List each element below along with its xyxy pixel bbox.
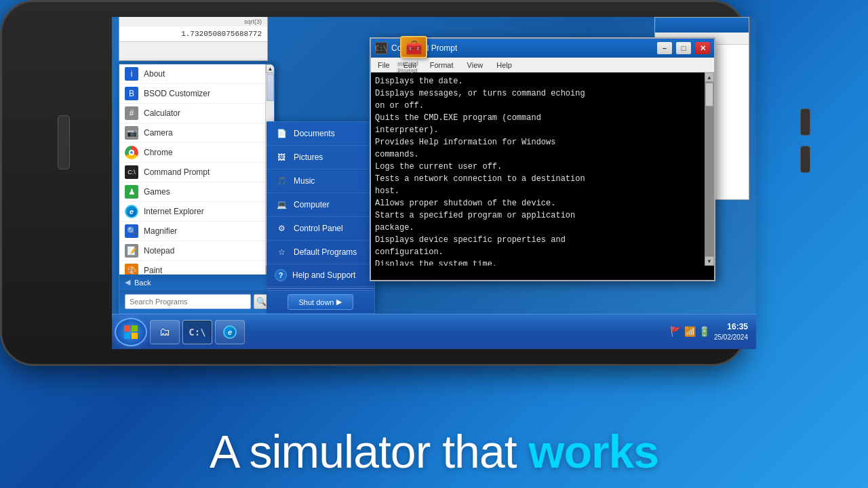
menu-file[interactable]: File	[375, 60, 393, 70]
file-explorer-icon: 🗂	[155, 323, 174, 342]
minimize-button[interactable]: –	[657, 42, 672, 54]
svg-rect-0	[124, 325, 130, 331]
program-chrome[interactable]: Chrome	[119, 143, 274, 163]
cmd-line-6: Provides Help information for Windows	[375, 136, 710, 148]
documents-label: Documents	[294, 129, 335, 138]
back-row: ◀ Back	[119, 274, 274, 290]
cmd-label: Command Prompt	[144, 167, 210, 177]
clock-date: 25/02/2024	[714, 333, 748, 342]
cmd-scroll-thumb[interactable]	[705, 83, 713, 106]
signal-tray-icon: 📶	[684, 326, 696, 337]
menu-help[interactable]: Help	[494, 60, 515, 70]
cmd-window: C:\ Command Prompt – □ ✕ File Edit Forma…	[370, 37, 715, 281]
tray-icons: 🚩 📶 🔋	[670, 326, 710, 337]
shutdown-label: Shut down	[299, 298, 334, 306]
games-label: Games	[144, 187, 170, 197]
cmd-line-3: on or off.	[375, 100, 710, 112]
phone-volume-button	[58, 115, 70, 169]
cmd-content: Displays the date. Displays messages, or…	[371, 73, 714, 266]
taskbar-file-explorer[interactable]: 🗂	[150, 320, 180, 344]
program-calculator[interactable]: # Calculator	[119, 104, 274, 123]
panel-music[interactable]: 🎵 Music	[267, 169, 374, 193]
about-label: About	[144, 69, 165, 79]
pictures-label: Pictures	[294, 152, 323, 162]
taskbar-ie[interactable]: e	[215, 320, 245, 344]
calculator-label: Calculator	[144, 108, 180, 118]
calculator-icon: #	[125, 106, 138, 120]
program-bsod[interactable]: B BSOD Customizer	[119, 84, 274, 104]
headline-normal: A simulator that	[210, 426, 529, 477]
calc-result: 1.7320508075688772	[119, 26, 267, 42]
cmd-line-9: Tests a network connection to a destinat…	[375, 173, 710, 185]
start-button[interactable]	[115, 318, 147, 346]
pictures-icon: 🖼	[275, 150, 288, 164]
scroll-up-btn[interactable]: ▲	[266, 64, 275, 73]
program-notepad[interactable]: 📝 Notepad	[119, 241, 274, 261]
notepad-titlebar	[655, 18, 749, 33]
notepad-icon: 📝	[125, 244, 138, 258]
shutdown-button[interactable]: Shut down ▶	[288, 294, 354, 310]
cmd-window-icon: C:\	[375, 42, 387, 54]
panel-pictures[interactable]: 🖼 Pictures	[267, 146, 374, 169]
magnifier-label: Magnifier	[144, 226, 177, 236]
programs-list: i About B BSOD Customizer # Calculator 📷…	[119, 64, 274, 274]
svg-rect-2	[124, 333, 130, 339]
battery-tray-icon: 🔋	[698, 326, 710, 337]
bsod-icon: B	[125, 87, 138, 100]
panel-documents[interactable]: 📄 Documents	[267, 122, 374, 146]
phone-screen: sqrt(3) 1.7320508075688772 i About B BSO…	[112, 17, 756, 349]
music-icon: 🎵	[275, 174, 288, 188]
maximize-button[interactable]: □	[676, 42, 691, 54]
cmd-line-8: Logs the current user off.	[375, 161, 710, 173]
panel-help[interactable]: ? Help and Support	[267, 264, 374, 287]
phone-power-button	[800, 108, 810, 136]
cmd-line-12: Starts a specified program or applicatio…	[375, 209, 710, 222]
scroll-thumb[interactable]	[267, 74, 274, 101]
shutdown-row: Shut down ▶	[267, 290, 374, 313]
program-about[interactable]: i About	[119, 64, 274, 84]
programs-scroll: i About B BSOD Customizer # Calculator 📷…	[119, 64, 274, 274]
panel-default-programs[interactable]: ☆ Default Programs	[267, 241, 374, 264]
program-games[interactable]: ♟ Games	[119, 182, 274, 202]
menu-format[interactable]: Format	[427, 60, 456, 70]
cmd-icon: C:\	[125, 165, 138, 179]
control-panel-icon: ⚙	[275, 222, 288, 235]
program-camera[interactable]: 📷 Camera	[119, 123, 274, 143]
phone-camera-button	[800, 146, 810, 173]
taskbar-cmd[interactable]: C:\	[182, 320, 212, 344]
panel-computer[interactable]: 💻 Computer	[267, 193, 374, 217]
chrome-label: Chrome	[144, 148, 173, 157]
start-menu-right-panel: 📄 Documents 🖼 Pictures 🎵 Music 💻 Compute…	[267, 121, 375, 314]
cmd-scroll-down[interactable]: ▼	[705, 256, 714, 266]
help-label: Help and Support	[292, 270, 355, 280]
cmd-scrollbar[interactable]: ▲ ▼	[705, 73, 714, 266]
camera-label: Camera	[144, 128, 173, 138]
program-ie[interactable]: e Internet Explorer	[119, 202, 274, 222]
cmd-line-7: commands.	[375, 148, 710, 161]
default-programs-icon: ☆	[275, 245, 288, 259]
close-button[interactable]: ✕	[695, 42, 710, 54]
menu-view[interactable]: View	[465, 60, 486, 70]
calc-formula: sqrt(3)	[119, 17, 267, 26]
taskbar-ie-icon: e	[223, 325, 237, 339]
computer-icon: 💻	[275, 198, 288, 211]
system-tray: 🚩 📶 🔋 16:35 25/02/2024	[665, 321, 753, 342]
clock-time: 16:35	[714, 321, 748, 333]
calculator-window: sqrt(3) 1.7320508075688772	[119, 17, 268, 61]
bsod-label: BSOD Customizer	[144, 89, 210, 98]
program-cmd[interactable]: C:\ Command Prompt	[119, 163, 274, 182]
search-programs-input[interactable]	[125, 294, 251, 309]
cmd-line-1: Displays the date.	[375, 75, 710, 87]
cmd-line-15: configuration.	[375, 246, 710, 258]
paint-label: Paint	[144, 266, 162, 274]
panel-control-panel[interactable]: ⚙ Control Panel	[267, 217, 374, 241]
documents-icon: 📄	[275, 127, 288, 140]
about-icon: i	[125, 67, 138, 81]
chrome-icon	[125, 146, 138, 159]
games-icon: ♟	[125, 185, 138, 199]
program-paint[interactable]: 🎨 Paint	[119, 261, 274, 274]
cmd-scroll-up[interactable]: ▲	[705, 73, 714, 82]
cmd-line-10: host.	[375, 185, 710, 197]
program-magnifier[interactable]: 🔍 Magnifier	[119, 222, 274, 241]
back-arrow-icon: ◀	[125, 278, 130, 287]
